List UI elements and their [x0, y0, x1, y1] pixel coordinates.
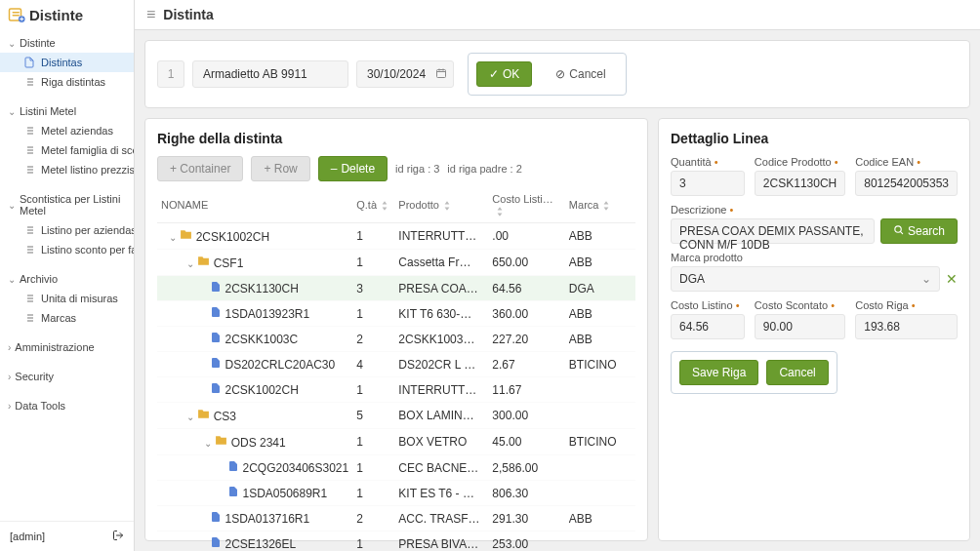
nav-item[interactable]: Metel aziendas	[0, 121, 134, 140]
table-row[interactable]: · 1SDA013923R11KIT T6 630-…360.00ABB	[157, 301, 635, 327]
table-row[interactable]: · 2CSK1002CH1INTERRUTT…11.67	[157, 377, 635, 403]
col-marca[interactable]: Marca	[565, 187, 635, 223]
cell-prodotto: PRESA COA…	[394, 276, 488, 301]
header-id-field[interactable]: 1	[157, 60, 184, 88]
chevron-down-icon: ⌄	[8, 200, 16, 211]
cell-marca: ABB	[565, 506, 635, 531]
cell-prodotto: BOX VETRO	[394, 429, 488, 455]
menu-icon[interactable]: ≡	[146, 6, 155, 23]
chevron-down-icon: ⌄	[8, 38, 16, 49]
ok-button[interactable]: ✓ OK	[476, 61, 532, 87]
marca-group: Marca prodotto DGA ⌄ ✕	[671, 252, 958, 292]
nav-item[interactable]: Distintas	[0, 53, 134, 72]
ean-input[interactable]: 8012542005353	[855, 171, 958, 196]
check-icon: ✓	[489, 67, 499, 81]
cancel-button[interactable]: ⊘ Cancel	[544, 62, 617, 86]
nav-item[interactable]: Riga distintas	[0, 72, 134, 92]
expander-icon[interactable]: ⌄	[169, 232, 177, 243]
quantita-group: Quantità • 3	[671, 156, 745, 196]
delete-button[interactable]: – Delete	[318, 156, 388, 181]
descrizione-input[interactable]: PRESA COAX DEMIX PASSANTE, CONN M/F 10DB	[671, 218, 875, 244]
codice-input[interactable]: 2CSK1130CH	[755, 171, 845, 196]
nav-group-head[interactable]: ⌄Listini Metel	[0, 101, 134, 121]
cell-costo: 300.00	[488, 403, 565, 429]
table-row[interactable]: · 2CSE1326EL1PRESA BIVA…253.00	[157, 531, 635, 551]
cell-prodotto: BOX LAMIN…	[394, 403, 488, 429]
nav-group-head[interactable]: ›Amministrazione	[0, 337, 134, 357]
cell-prodotto: KIT T6 630-…	[394, 301, 488, 327]
codice-group: Codice Prodotto • 2CSK1130CH	[755, 156, 845, 196]
cell-prodotto: CEC BACNE…	[394, 455, 488, 481]
scontato-input[interactable]: 90.00	[755, 314, 845, 339]
file-icon	[227, 461, 239, 475]
nav-item[interactable]: Listino sconto per famigli…	[0, 240, 134, 259]
table-row[interactable]: ⌄ ODS 23411BOX VETRO45.00BTICINO	[157, 429, 635, 455]
cell-costo: 253.00	[488, 531, 565, 551]
listino-input[interactable]: 64.56	[671, 314, 745, 339]
cell-qta: 1	[352, 301, 394, 327]
cancel-icon: ⊘	[555, 67, 565, 81]
nav-item[interactable]: Metel famiglia di scontoes	[0, 140, 134, 160]
expander-icon[interactable]: ⌄	[204, 438, 212, 449]
cell-marca: ABB	[565, 327, 635, 352]
nav-item[interactable]: Unita di misuras	[0, 289, 134, 308]
file-icon	[210, 307, 222, 321]
marca-select[interactable]: DGA ⌄	[671, 266, 940, 292]
sort-icon	[381, 199, 388, 211]
table-row[interactable]: ⌄ CS35BOX LAMIN…300.00	[157, 403, 635, 429]
clear-marca-icon[interactable]: ✕	[946, 271, 958, 287]
nav-item[interactable]: Metel listino prezzis	[0, 160, 134, 179]
table-row[interactable]: · 2CSK1130CH3PRESA COA…64.56DGA	[157, 276, 635, 301]
table-row[interactable]: ⌄ CSF11Cassetta Fr…650.00ABB	[157, 250, 635, 276]
col-prodotto[interactable]: Prodotto	[394, 187, 488, 223]
table-row[interactable]: · 2CQG203406S30211CEC BACNE…2,586.00	[157, 455, 635, 481]
quantita-input[interactable]: 3	[671, 171, 745, 196]
chevron-right-icon: ›	[8, 401, 11, 412]
nav-group-head[interactable]: ⌄Distinte	[0, 33, 134, 53]
table-row[interactable]: · DS202CRLC20AC304DS202CR L …2.67BTICINO	[157, 352, 635, 377]
rows-toolbar: + Container + Row – Delete id riga : 3 i…	[157, 156, 635, 181]
cell-name: 2CSK1130CH	[225, 282, 298, 295]
cell-qta: 1	[352, 429, 394, 455]
table-row[interactable]: · 1SDA050689R11KIT ES T6 - …806.30	[157, 481, 635, 506]
add-row-button[interactable]: + Row	[251, 156, 309, 181]
calendar-icon[interactable]	[435, 67, 447, 82]
table-row[interactable]: · 1SDA013716R12ACC. TRASF…291.30ABB	[157, 506, 635, 531]
header-name-field[interactable]: Armadietto AB 9911	[192, 60, 348, 88]
col-name[interactable]: NONAME	[157, 187, 352, 223]
folder-icon	[197, 410, 210, 423]
save-riga-button[interactable]: Save Riga	[679, 360, 758, 385]
cell-qta: 1	[352, 223, 394, 250]
header-date-field[interactable]: 30/10/2024	[356, 60, 454, 88]
col-costo[interactable]: Costo Listi…	[488, 187, 565, 223]
logout-icon[interactable]	[112, 530, 124, 543]
nav-group-head[interactable]: ›Security	[0, 367, 134, 386]
chevron-right-icon: ›	[8, 342, 11, 353]
scontato-group: Costo Scontato • 90.00	[755, 299, 845, 339]
sort-icon	[443, 199, 451, 211]
nav-item[interactable]: Marcas	[0, 308, 134, 328]
search-button[interactable]: Search	[880, 218, 958, 244]
expander-icon[interactable]: ⌄	[186, 258, 194, 269]
table-row[interactable]: · 2CSKK1003C22CSKK1003…227.20ABB	[157, 327, 635, 352]
nav-group-head[interactable]: ⌄Archivio	[0, 269, 134, 289]
search-icon	[893, 224, 904, 238]
minus-icon: –	[331, 162, 338, 176]
cell-marca	[565, 403, 635, 429]
riga-input[interactable]: 193.68	[855, 314, 958, 339]
cell-prodotto: INTERRUTT…	[394, 223, 488, 250]
expander-icon[interactable]: ⌄	[186, 412, 194, 422]
add-container-button[interactable]: + Container	[157, 156, 243, 181]
table-row[interactable]: ⌄ 2CSK1002CH1INTERRUTT….00ABB	[157, 223, 635, 250]
cell-name: 2CQG203406S3021	[242, 461, 348, 475]
col-qta[interactable]: Q.tà	[352, 187, 394, 223]
table-header-row: NONAME Q.tà Prodotto Costo Listi…	[157, 187, 635, 223]
nav-group-head[interactable]: ›Data Tools	[0, 396, 134, 415]
cell-costo: .00	[488, 223, 565, 250]
nav-group-head[interactable]: ⌄Scontistica per Listini Metel	[0, 189, 134, 220]
nav-item[interactable]: Listino per aziendas	[0, 220, 134, 240]
cell-marca: BTICINO	[565, 352, 635, 377]
cancel-riga-button[interactable]: Cancel	[766, 360, 828, 385]
rows-card: Righe della distinta + Container + Row –…	[144, 118, 648, 541]
cell-prodotto: 2CSKK1003…	[394, 327, 488, 352]
